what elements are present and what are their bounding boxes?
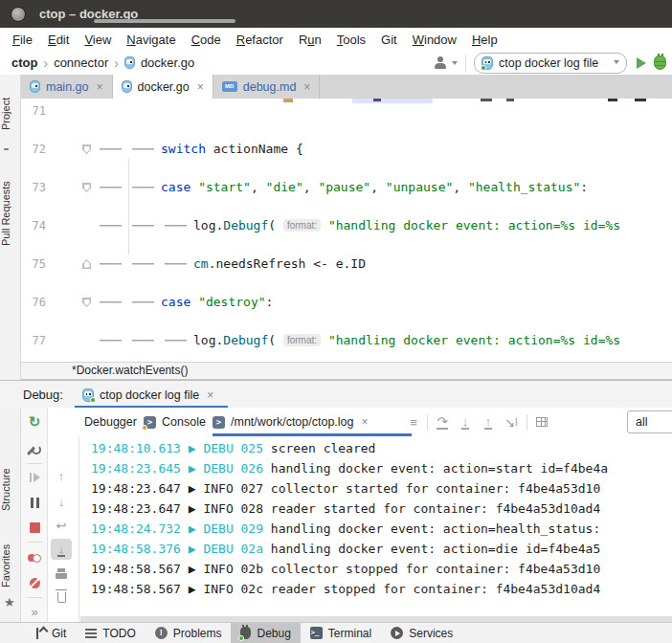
- statusbar-item-terminal[interactable]: Terminal: [301, 623, 381, 643]
- more-actions-button[interactable]: »: [24, 601, 45, 622]
- tool-window-button-structure[interactable]: Structure: [0, 454, 21, 526]
- rerun-button[interactable]: ↻: [24, 411, 45, 432]
- line-number[interactable]: 77: [21, 331, 46, 350]
- log-line-prefix: 19:48:58.376 ▶ DEBU 02a: [91, 542, 271, 556]
- close-icon[interactable]: ×: [362, 415, 369, 429]
- fold-marker-icon[interactable]: [82, 183, 91, 192]
- debug-view-tab-console[interactable]: Console: [144, 408, 206, 436]
- clear-console-button[interactable]: [51, 586, 72, 607]
- tool-window-button-project[interactable]: Project: [0, 80, 21, 147]
- menu-item-view[interactable]: View: [77, 31, 119, 49]
- statusbar-item-debug[interactable]: Debug: [231, 623, 300, 643]
- code-line: 73case "start", "die", "pause", "unpause…: [21, 178, 672, 197]
- line-number[interactable]: 73: [21, 178, 46, 197]
- debug-view-tab-log-file[interactable]: /mnt/work/ctop/ctop.log×: [213, 408, 369, 436]
- tab-whitespace: [96, 333, 128, 346]
- menu-item-git[interactable]: Git: [373, 31, 405, 49]
- breadcrumb-item-ctop[interactable]: ctop: [11, 55, 37, 70]
- editor-tab-debug-md[interactable]: MDdebug.md×: [213, 75, 321, 99]
- menu-item-navigate[interactable]: Navigate: [119, 31, 183, 49]
- log-line: 19:48:10.613 ▶ DEBU 025 screen cleared: [91, 438, 672, 458]
- debug-view-tab-label: Debugger: [84, 415, 137, 429]
- editor-tab-docker-go[interactable]: docker.go×: [113, 75, 213, 99]
- line-number[interactable]: 76: [21, 293, 46, 312]
- breadcrumb: ctop›connector›docker.go: [11, 55, 194, 71]
- up-stack-icon[interactable]: ↷: [433, 411, 452, 432]
- view-options-icon[interactable]: ≡: [404, 411, 423, 432]
- statusbar-item-git[interactable]: Git: [25, 623, 76, 643]
- line-number[interactable]: 75: [21, 255, 46, 274]
- resume-button[interactable]: [24, 467, 45, 488]
- git-icon: [36, 628, 46, 639]
- up-stack-trace-button[interactable]: ↑: [51, 465, 72, 486]
- menu-item-refactor[interactable]: Refactor: [229, 31, 291, 49]
- close-icon[interactable]: ×: [197, 80, 204, 94]
- menu-item-help[interactable]: Help: [464, 31, 505, 49]
- navigation-bar: ctop›connector›docker.go ctop docker log…: [0, 51, 672, 75]
- scroll-to-end-button[interactable]: ↓: [51, 539, 72, 560]
- chevron-down-icon: [452, 61, 458, 68]
- statusbar-item-label: TODO: [102, 627, 135, 640]
- menu-item-run[interactable]: Run: [291, 31, 329, 49]
- scroll-down-icon[interactable]: ↓: [456, 411, 475, 432]
- line-number[interactable]: 74: [21, 216, 46, 235]
- debug-button[interactable]: [654, 55, 666, 70]
- code-line: 77log.Debugf( format: "handling docker e…: [21, 331, 672, 350]
- restore-layout-icon[interactable]: [532, 411, 551, 432]
- statusbar-item-problems[interactable]: !Problems: [146, 623, 232, 643]
- line-number[interactable]: 72: [21, 140, 46, 159]
- code-token: ,: [303, 180, 319, 194]
- code-token: ,: [453, 180, 468, 194]
- statusbar-item-services[interactable]: Services: [381, 623, 462, 643]
- code-token: "unpause": [386, 180, 453, 194]
- run-button[interactable]: [637, 57, 646, 69]
- pause-button[interactable]: [24, 492, 45, 513]
- close-icon[interactable]: ×: [207, 388, 213, 402]
- log-level-filter-select[interactable]: all: [627, 410, 672, 433]
- menu-item-edit[interactable]: Edit: [40, 31, 77, 49]
- log-line: 19:48:24.732 ▶ DEBU 029 handling docker …: [91, 519, 672, 539]
- status-bar: GitTODO!ProblemsDebugTerminalServices: [0, 622, 672, 643]
- view-breakpoints-button[interactable]: [24, 547, 45, 568]
- settings-wrench-icon[interactable]: [24, 440, 45, 461]
- log-console[interactable]: 19:48:10.613 ▶ DEBU 025 screen cleared19…: [80, 436, 672, 616]
- line-number[interactable]: 71: [21, 101, 46, 121]
- debug-bug-icon: [240, 627, 251, 639]
- code-token: log.: [193, 218, 223, 233]
- close-icon[interactable]: ×: [96, 80, 102, 94]
- stop-button[interactable]: [24, 517, 45, 538]
- debug-session-tab[interactable]: ctop docker log file ×: [82, 381, 213, 409]
- code-token: ,: [251, 180, 266, 194]
- menu-item-code[interactable]: Code: [184, 31, 229, 49]
- debug-view-tab-debugger[interactable]: Debugger: [84, 408, 137, 436]
- scroll-up-icon[interactable]: ↑: [479, 411, 498, 432]
- fold-marker-icon[interactable]: [82, 298, 91, 307]
- menu-item-tools[interactable]: Tools: [329, 31, 373, 49]
- tool-window-button-favorites[interactable]: Favorites: [0, 539, 21, 593]
- menu-item-file[interactable]: File: [5, 31, 40, 49]
- code-editor[interactable]: 7172switch actionName {73case "start", "…: [21, 99, 672, 362]
- tab-scrollbar[interactable]: [94, 19, 235, 23]
- code-token: :: [580, 180, 588, 194]
- close-icon[interactable]: ×: [303, 80, 310, 94]
- tool-window-button-pull-requests[interactable]: Pull Requests: [0, 156, 21, 271]
- soft-wrap-button[interactable]: ↩: [51, 515, 72, 536]
- tab-whitespace: [96, 218, 128, 232]
- statusbar-item-todo[interactable]: TODO: [76, 623, 145, 643]
- fold-marker-icon[interactable]: [82, 259, 91, 269]
- go-gopher-icon: [124, 56, 135, 69]
- fold-marker-icon[interactable]: [82, 144, 91, 154]
- breadcrumb-item-connector[interactable]: connector: [54, 55, 108, 70]
- user-menu[interactable]: [434, 56, 458, 70]
- menu-item-window[interactable]: Window: [405, 31, 464, 49]
- mute-breakpoints-button[interactable]: [24, 572, 45, 593]
- code-text: cm.needsRefresh <- e.ID: [96, 255, 366, 274]
- editor-tab-main-go[interactable]: main.go×: [21, 75, 113, 99]
- jump-to-cursor-icon[interactable]: ↘I: [502, 411, 521, 432]
- run-configuration-select[interactable]: ctop docker log file: [474, 53, 627, 74]
- print-button[interactable]: [51, 563, 72, 584]
- window-button-icon[interactable]: [11, 7, 26, 22]
- down-stack-trace-button[interactable]: ↓: [51, 491, 72, 512]
- breadcrumb-item-dockergo[interactable]: docker.go: [141, 55, 194, 70]
- breadcrumb-chevron-icon: ›: [114, 55, 119, 71]
